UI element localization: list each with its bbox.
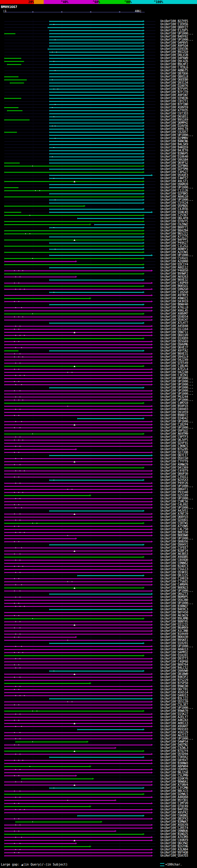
hit-bar [4, 600, 152, 601]
mismatch-dot [20, 695, 20, 696]
hit-bar [49, 545, 143, 545]
mismatch-dot [20, 714, 20, 714]
hit-bar-start-tick [49, 131, 50, 133]
hit-bar-arrowhead-icon [151, 704, 153, 706]
hit-bar-arrowhead-icon [151, 679, 153, 681]
hit-bar-start-tick [7, 64, 7, 65]
mismatch-dot [14, 705, 15, 705]
mismatch-dot [14, 664, 15, 665]
hit-bar-start-tick [4, 834, 5, 835]
mismatch-dot [67, 372, 68, 373]
hit-bar [4, 458, 152, 459]
mismatch-dot [15, 584, 16, 585]
hit-bar-start-tick [4, 526, 5, 527]
hit-bar [4, 501, 152, 502]
mismatch-dot [24, 809, 25, 810]
hit-bar-arrowhead-icon [151, 380, 153, 382]
mismatch-dot [20, 277, 20, 277]
hit-bar-arrowhead-icon [143, 227, 145, 228]
hit-bar [4, 412, 152, 413]
hit-bar-start-tick [4, 535, 5, 536]
hit-bar [4, 640, 152, 641]
hit-bar-start-tick [4, 633, 5, 635]
hit-bar-arrowhead-icon [143, 655, 145, 656]
hit-bar [4, 187, 19, 188]
mismatch-dot [15, 560, 16, 560]
hit-bar-start-tick [49, 162, 50, 164]
hit-bar-arrowhead-icon [143, 402, 145, 404]
hit-bar [4, 812, 152, 813]
mismatch-dot [15, 769, 16, 770]
mismatch-dot [14, 391, 15, 391]
hit-bar-arrowhead-icon [151, 571, 153, 573]
mismatch-dot [19, 689, 19, 690]
hit-bar [4, 797, 152, 798]
hit-bar-start-tick [4, 445, 5, 447]
hit-bar [49, 212, 152, 213]
hit-bar-start-tick [4, 538, 5, 539]
hit-bar-start-tick [4, 356, 5, 358]
hit-bar [49, 480, 143, 480]
mismatch-dot [21, 384, 22, 385]
hit-bar [4, 711, 143, 712]
hit-bar-arrowhead-icon [90, 805, 91, 807]
mismatch-dot [52, 156, 53, 157]
mismatch-dot [24, 335, 25, 336]
mismatch-dot [19, 652, 19, 653]
hit-bar [77, 575, 143, 576]
mismatch-dot [14, 353, 15, 354]
hit-bar-start-tick [4, 402, 5, 404]
hit-bar [21, 778, 93, 779]
hit-bar-start-tick [4, 747, 5, 749]
hit-bar [4, 781, 152, 782]
hit-bar-arrowhead-icon [143, 70, 145, 71]
hit-bar [4, 637, 76, 638]
mismatch-dot [20, 797, 20, 798]
hit-bar [4, 791, 152, 792]
hit-bar [4, 745, 152, 745]
hit-bar [49, 116, 143, 117]
hit-bar-arrowhead-icon [151, 824, 153, 826]
hit-bar-arrowhead-icon [143, 57, 145, 59]
mismatch-dot [55, 39, 56, 40]
mismatch-dot [54, 89, 54, 89]
hit-bar-start-tick [4, 452, 5, 453]
hit-bar [4, 702, 152, 702]
hit-bar [4, 769, 152, 770]
query-gap-triangle-icon [73, 461, 75, 463]
hit-bar-start-tick [4, 763, 5, 764]
mismatch-dot [55, 249, 56, 249]
hit-bar [4, 190, 143, 191]
hit-bar-start-tick [4, 470, 5, 472]
hit-bar-arrowhead-icon [151, 606, 153, 607]
hit-bar [4, 535, 152, 536]
hit-bar-start-tick [49, 756, 50, 758]
hit-bar-arrowhead-icon [84, 205, 86, 207]
hit-bar-start-tick [4, 532, 5, 533]
hit-bar-arrowhead-icon [151, 371, 153, 373]
mismatch-dot [58, 89, 58, 89]
hit-bar-start-tick [49, 184, 50, 185]
hit-bar-start-tick [4, 439, 5, 441]
mismatch-dot [14, 283, 15, 283]
hit-bar-arrowhead-icon [151, 399, 153, 401]
hit-row[interactable]: UniRef100_Q5A7D3 [0, 854, 197, 857]
hit-bar [4, 326, 152, 327]
mismatch-dot [20, 520, 20, 520]
hit-bar-start-tick [4, 396, 5, 398]
mismatch-dot [19, 504, 19, 505]
hit-bar-start-tick [49, 279, 50, 281]
hit-bar-arrowhead-icon [151, 359, 153, 361]
hit-bar-start-tick [4, 486, 5, 487]
hit-bar-start-tick [49, 116, 50, 118]
mismatch-dot [20, 470, 20, 471]
hit-bar-start-tick [4, 566, 5, 567]
hit-bar [4, 615, 152, 616]
hit-bar-start-tick [49, 58, 50, 59]
mismatch-dot [72, 372, 72, 373]
mismatch-dot [21, 421, 22, 422]
hit-label[interactable]: UniRef100_Q5A7D3 [160, 854, 188, 857]
hit-bar [49, 184, 143, 185]
mismatch-dot [24, 289, 25, 289]
mismatch-dot [14, 843, 15, 844]
